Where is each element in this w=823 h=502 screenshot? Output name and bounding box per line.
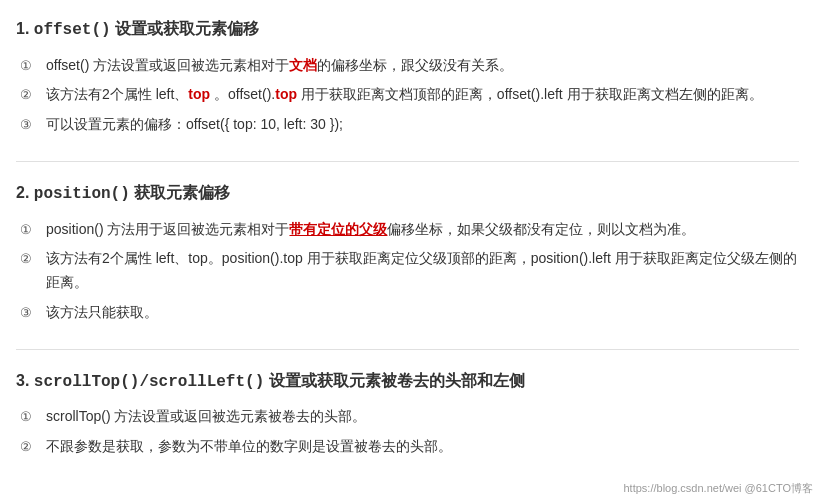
section-1-item-1: ① offset() 方法设置或返回被选元素相对于文档的偏移坐标，跟父级没有关系… [16, 54, 799, 78]
item-num-1-3: ③ [20, 114, 42, 136]
item-text-2-2: 该方法有2个属性 left、top。position().top 用于获取距离定… [46, 247, 799, 295]
highlight-top-1: top [188, 86, 210, 102]
section-1-item-2: ② 该方法有2个属性 left、top 。offset().top 用于获取距离… [16, 83, 799, 107]
item-text-1-3: 可以设置元素的偏移：offset({ top: 10, left: 30 }); [46, 113, 799, 137]
section-2-title: 2. position() 获取元素偏移 [16, 180, 799, 208]
section-2-item-3: ③ 该方法只能获取。 [16, 301, 799, 325]
item-num-1-2: ② [20, 84, 42, 106]
item-text-1-1: offset() 方法设置或返回被选元素相对于文档的偏移坐标，跟父级没有关系。 [46, 54, 799, 78]
highlight-document: 文档 [289, 57, 317, 73]
watermark: https://blog.csdn.net/wei @61CTO博客 [624, 481, 814, 496]
section-1-item-3: ③ 可以设置元素的偏移：offset({ top: 10, left: 30 }… [16, 113, 799, 137]
section-position: 2. position() 获取元素偏移 ① position() 方法用于返回… [16, 180, 799, 325]
section-3-item-1: ① scrollTop() 方法设置或返回被选元素被卷去的头部。 [16, 405, 799, 429]
page-container: 1. offset() 设置或获取元素偏移 ① offset() 方法设置或返回… [0, 0, 823, 499]
item-num-1-1: ① [20, 55, 42, 77]
section-2-item-1: ① position() 方法用于返回被选元素相对于带有定位的父级偏移坐标，如果… [16, 218, 799, 242]
highlight-top-2: top [275, 86, 297, 102]
item-text-3-1: scrollTop() 方法设置或返回被选元素被卷去的头部。 [46, 405, 799, 429]
section-1-code: offset() [34, 21, 111, 39]
section-1-number: 1. [16, 20, 34, 37]
section-3-title: 3. scrollTop()/scrollLeft() 设置或获取元素被卷去的头… [16, 368, 799, 396]
watermark-text: https://blog.csdn.net/wei @61CTO博客 [624, 482, 814, 494]
item-num-3-2: ② [20, 436, 42, 458]
section-3-text: 设置或获取元素被卷去的头部和左侧 [264, 372, 524, 389]
divider-1 [16, 161, 799, 162]
section-2-item-2: ② 该方法有2个属性 left、top。position().top 用于获取距… [16, 247, 799, 295]
highlight-parent: 带有定位的父级 [289, 221, 387, 237]
divider-2 [16, 349, 799, 350]
section-1-title: 1. offset() 设置或获取元素偏移 [16, 16, 799, 44]
item-text-3-2: 不跟参数是获取，参数为不带单位的数字则是设置被卷去的头部。 [46, 435, 799, 459]
item-text-2-1: position() 方法用于返回被选元素相对于带有定位的父级偏移坐标，如果父级… [46, 218, 799, 242]
item-num-2-2: ② [20, 248, 42, 270]
item-num-2-3: ③ [20, 302, 42, 324]
section-2-text: 获取元素偏移 [130, 184, 230, 201]
section-3-code: scrollTop()/scrollLeft() [34, 373, 264, 391]
section-3-number: 3. [16, 372, 34, 389]
section-2-code: position() [34, 185, 130, 203]
section-offset: 1. offset() 设置或获取元素偏移 ① offset() 方法设置或返回… [16, 16, 799, 137]
item-num-2-1: ① [20, 219, 42, 241]
item-text-2-3: 该方法只能获取。 [46, 301, 799, 325]
section-2-number: 2. [16, 184, 34, 201]
item-num-3-1: ① [20, 406, 42, 428]
section-1-text: 设置或获取元素偏移 [111, 20, 259, 37]
section-3-item-2: ② 不跟参数是获取，参数为不带单位的数字则是设置被卷去的头部。 [16, 435, 799, 459]
item-text-1-2: 该方法有2个属性 left、top 。offset().top 用于获取距离文档… [46, 83, 799, 107]
section-scroll: 3. scrollTop()/scrollLeft() 设置或获取元素被卷去的头… [16, 368, 799, 459]
